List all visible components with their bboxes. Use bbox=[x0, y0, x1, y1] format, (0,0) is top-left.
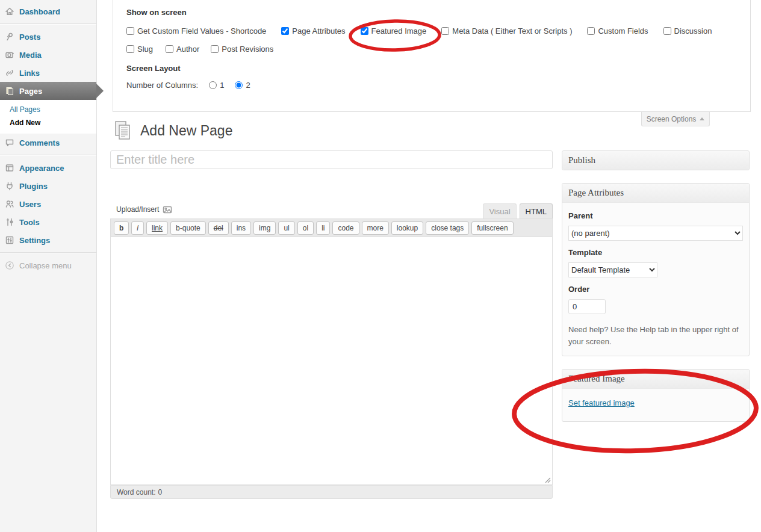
featured-image-metabox: Featured Image Set featured image bbox=[562, 369, 750, 422]
submenu-item-add-new[interactable]: Add New bbox=[0, 116, 96, 129]
number-of-columns-label: Number of Columns: bbox=[126, 81, 198, 90]
sidebar-item-appearance[interactable]: Appearance bbox=[0, 159, 96, 177]
checkbox-input[interactable] bbox=[441, 27, 449, 35]
pushpin-icon bbox=[4, 32, 14, 42]
sidebar-item-links[interactable]: Links bbox=[0, 64, 96, 82]
checkbox-custom-fields[interactable]: Custom Fields bbox=[587, 26, 648, 36]
screen-options-tab[interactable]: Screen Options bbox=[641, 112, 710, 126]
sidebar-item-label: Appearance bbox=[19, 164, 64, 173]
checkbox-input[interactable] bbox=[587, 27, 595, 35]
tab-html[interactable]: HTML bbox=[520, 203, 553, 218]
collapse-menu-button[interactable]: Collapse menu bbox=[0, 256, 96, 274]
checkbox-input[interactable] bbox=[126, 45, 134, 53]
columns-radio-2[interactable]: 2 bbox=[235, 81, 250, 90]
add-media-icon[interactable] bbox=[163, 205, 173, 214]
checkbox-featured-image[interactable]: Featured Image bbox=[361, 26, 427, 36]
sidebar-item-plugins[interactable]: Plugins bbox=[0, 177, 96, 195]
resize-handle-icon[interactable] bbox=[544, 476, 551, 483]
checkbox-label: Featured Image bbox=[371, 26, 427, 36]
sidebar-item-pages[interactable]: Pages bbox=[0, 82, 96, 100]
checkbox-input[interactable] bbox=[663, 27, 671, 35]
italic-button[interactable]: i bbox=[131, 221, 144, 235]
link-button[interactable]: link bbox=[146, 221, 168, 235]
home-icon bbox=[4, 7, 14, 16]
users-icon bbox=[4, 199, 14, 209]
checkbox-input[interactable] bbox=[166, 45, 173, 53]
checkbox-page-attributes[interactable]: Page Attributes bbox=[281, 26, 345, 36]
pages-submenu: All Pages Add New bbox=[0, 100, 96, 134]
checkbox-post-revisions[interactable]: Post Revisions bbox=[211, 45, 273, 54]
pages-large-icon bbox=[112, 120, 134, 141]
checkbox-slug[interactable]: Slug bbox=[126, 45, 153, 54]
sidebar-item-posts[interactable]: Posts bbox=[0, 28, 96, 46]
screen-options-tab-label: Screen Options bbox=[647, 115, 697, 123]
bold-button[interactable]: b bbox=[114, 221, 129, 235]
ol-button[interactable]: ol bbox=[297, 221, 314, 235]
collapse-menu-label: Collapse menu bbox=[19, 261, 72, 270]
ul-button[interactable]: ul bbox=[278, 221, 294, 235]
more-button[interactable]: more bbox=[362, 221, 389, 235]
set-featured-image-link[interactable]: Set featured image bbox=[568, 398, 635, 407]
checkbox-label: Meta Data ( Either Text or Scripts ) bbox=[452, 26, 572, 36]
sidebar-item-label: Pages bbox=[19, 87, 42, 96]
submenu-item-all-pages[interactable]: All Pages bbox=[0, 103, 96, 116]
sidebar-item-media[interactable]: Media bbox=[0, 46, 96, 64]
comment-bubble-icon bbox=[4, 138, 14, 147]
collapse-arrow-icon bbox=[4, 261, 14, 270]
menu-separator bbox=[0, 23, 96, 25]
checkbox-label: Custom Fields bbox=[598, 26, 648, 36]
del-button[interactable]: del bbox=[208, 221, 229, 235]
featured-image-metabox-header[interactable]: Featured Image bbox=[562, 370, 749, 388]
fullscreen-button[interactable]: fullscreen bbox=[471, 221, 513, 235]
checkbox-meta-data[interactable]: Meta Data ( Either Text or Scripts ) bbox=[441, 26, 572, 36]
checkbox-get-custom-field-values[interactable]: Get Custom Field Values - Shortcode bbox=[126, 26, 266, 36]
checkbox-input[interactable] bbox=[211, 45, 219, 53]
checkbox-discussion[interactable]: Discussion bbox=[663, 26, 712, 36]
sidebar-item-label: Posts bbox=[19, 32, 40, 42]
word-count-label: Word count: bbox=[117, 488, 155, 496]
sidebar-item-users[interactable]: Users bbox=[0, 195, 96, 213]
pages-icon bbox=[4, 86, 14, 96]
publish-metabox: Publish bbox=[562, 150, 750, 170]
sidebar-item-label: Settings bbox=[19, 236, 50, 245]
columns-radio-1[interactable]: 1 bbox=[209, 81, 224, 90]
triangle-up-icon bbox=[700, 117, 704, 120]
tab-visual[interactable]: Visual bbox=[483, 203, 516, 218]
parent-select[interactable]: (no parent) bbox=[568, 226, 743, 241]
admin-sidebar: Dashboard Posts Media Links Pages All Pa… bbox=[0, 0, 97, 532]
blockquote-button[interactable]: b-quote bbox=[170, 221, 206, 235]
checkbox-label: Post Revisions bbox=[222, 45, 273, 54]
sidebar-item-dashboard[interactable]: Dashboard bbox=[0, 2, 96, 20]
checkbox-input[interactable] bbox=[361, 27, 368, 35]
checkbox-input[interactable] bbox=[281, 27, 289, 35]
code-button[interactable]: code bbox=[332, 221, 359, 235]
page-attributes-metabox-header[interactable]: Page Attributes bbox=[562, 184, 749, 202]
camera-icon bbox=[4, 50, 14, 60]
radio-label: 2 bbox=[246, 81, 250, 90]
title-input[interactable] bbox=[110, 150, 553, 169]
close-tags-button[interactable]: close tags bbox=[426, 221, 469, 235]
img-button[interactable]: img bbox=[253, 221, 276, 235]
sidebar-item-label: Media bbox=[19, 51, 42, 60]
order-input[interactable] bbox=[568, 299, 606, 314]
lookup-button[interactable]: lookup bbox=[391, 221, 423, 235]
sidebar-item-comments[interactable]: Comments bbox=[0, 134, 96, 152]
template-select[interactable]: Default Template bbox=[568, 262, 657, 277]
tools-icon bbox=[4, 217, 14, 227]
sidebar-item-label: Comments bbox=[19, 138, 60, 147]
featured-image-content: Set featured image bbox=[562, 388, 749, 421]
content-editor-textarea[interactable] bbox=[110, 237, 553, 485]
page-header: Add New Page bbox=[112, 120, 232, 141]
li-button[interactable]: li bbox=[316, 221, 330, 235]
editor-media-tabs-row: Upload/Insert Visual HTML bbox=[110, 200, 553, 218]
checkbox-author[interactable]: Author bbox=[166, 45, 199, 54]
radio-input[interactable] bbox=[209, 81, 217, 89]
sidebar-item-tools[interactable]: Tools bbox=[0, 213, 96, 231]
show-on-screen-row-2: Slug Author Post Revisions bbox=[126, 45, 750, 54]
radio-input[interactable] bbox=[235, 81, 243, 89]
ins-button[interactable]: ins bbox=[231, 221, 251, 235]
sidebar-item-settings[interactable]: Settings bbox=[0, 231, 96, 249]
checkbox-input[interactable] bbox=[126, 27, 134, 35]
radio-label: 1 bbox=[220, 81, 224, 90]
publish-metabox-header[interactable]: Publish bbox=[562, 151, 749, 170]
